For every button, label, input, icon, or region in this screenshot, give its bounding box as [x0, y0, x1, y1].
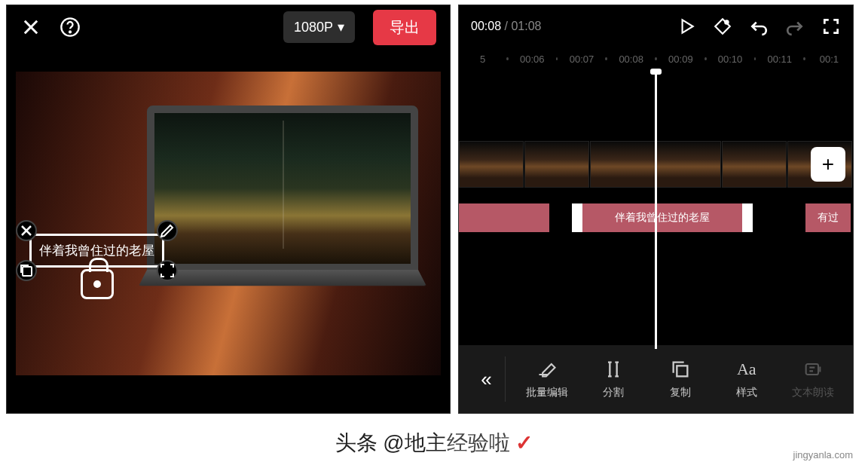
- ruler-tick: 00:11: [759, 54, 800, 65]
- handle-copy-icon[interactable]: [16, 260, 37, 281]
- export-button[interactable]: 导出: [373, 10, 436, 45]
- batch-edit-icon: [536, 359, 558, 380]
- lock-icon[interactable]: [81, 269, 114, 299]
- svg-rect-5: [806, 364, 818, 375]
- copy-icon: [670, 359, 691, 380]
- clip-thumb[interactable]: [459, 141, 524, 188]
- scene-image: [154, 113, 411, 264]
- laptop-graphic: [147, 106, 418, 317]
- watermark-text-2: 经验啦: [447, 431, 510, 454]
- laptop-screen: [147, 106, 418, 271]
- add-clip-button[interactable]: +: [811, 147, 845, 182]
- ruler-tick: 00:06: [512, 54, 553, 65]
- chevron-down-icon: ▾: [338, 19, 344, 35]
- clip-thumb[interactable]: [590, 141, 655, 188]
- back-button[interactable]: «: [468, 356, 506, 402]
- watermark-url: jingyanla.com: [793, 449, 854, 460]
- ruler-tick: 00:1: [808, 54, 850, 65]
- video-preview[interactable]: 伴着我曾住过的老屋: [16, 72, 441, 375]
- laptop-base: [139, 270, 426, 286]
- playhead[interactable]: [655, 70, 657, 349]
- tool-label: 批量编辑: [526, 386, 568, 399]
- preview-toolbar: 1080P ▾ 导出: [7, 5, 450, 49]
- bottom-toolbar: « 批量编辑 分割 复制 Aa 样: [459, 345, 853, 413]
- svg-point-1: [69, 31, 71, 32]
- style-icon: Aa: [736, 359, 757, 380]
- handle-resize-icon[interactable]: [157, 260, 178, 281]
- tool-label: 分割: [603, 386, 624, 399]
- time-total: / 01:08: [505, 20, 542, 32]
- clip-thumb[interactable]: [524, 141, 589, 188]
- handle-delete-icon[interactable]: [16, 220, 37, 241]
- copy-button[interactable]: 复制: [649, 359, 711, 399]
- text-read-button[interactable]: 文本朗读: [782, 359, 844, 399]
- resolution-label: 1080P: [294, 20, 333, 35]
- redo-icon[interactable]: [785, 17, 805, 36]
- time-current: 00:08: [471, 20, 501, 32]
- timeline-toolbar: 00:08 / 01:08: [459, 5, 853, 47]
- preview-panel: 1080P ▾ 导出: [6, 5, 451, 414]
- text-clip[interactable]: [459, 203, 549, 232]
- resolution-button[interactable]: 1080P ▾: [283, 11, 355, 43]
- svg-rect-4: [677, 366, 687, 376]
- tool-label: 文本朗读: [792, 386, 834, 399]
- watermark-text-1: 头条 @地主: [335, 431, 447, 454]
- close-icon[interactable]: [20, 17, 41, 38]
- ruler-tick: 5: [462, 54, 503, 65]
- tool-label: 样式: [736, 386, 757, 399]
- caption-overlay[interactable]: 伴着我曾住过的老屋: [29, 234, 164, 268]
- watermark: 头条 @地主经验啦 ✓ jingyanla.com: [0, 429, 868, 457]
- text-clip-selected[interactable]: 伴着我曾住过的老屋: [572, 203, 753, 232]
- handle-edit-icon[interactable]: [157, 220, 178, 241]
- ruler-tick: 00:08: [610, 54, 652, 65]
- ruler-tick: 00:09: [660, 54, 701, 65]
- timeline-panel: 00:08 / 01:08 5 00:06 00:07: [458, 5, 854, 414]
- batch-edit-button[interactable]: 批量编辑: [516, 359, 578, 399]
- timeline-tracks[interactable]: + 伴着我曾住过的老屋 有过: [459, 70, 853, 345]
- ruler-tick: 00:10: [710, 54, 751, 65]
- ruler-tick: 00:07: [561, 54, 602, 65]
- time-ruler[interactable]: 5 00:06 00:07 00:08 00:09 00:10 00:11 00…: [459, 47, 853, 70]
- check-icon: ✓: [510, 431, 533, 454]
- tool-label: 复制: [670, 386, 691, 399]
- fullscreen-icon[interactable]: [821, 17, 841, 36]
- play-icon[interactable]: [677, 17, 696, 36]
- svg-point-3: [725, 20, 728, 23]
- time-display: 00:08 / 01:08: [471, 20, 541, 33]
- split-button[interactable]: 分割: [582, 359, 644, 399]
- keyframe-icon[interactable]: [713, 17, 732, 36]
- text-read-icon: [802, 359, 824, 380]
- undo-icon[interactable]: [749, 17, 769, 36]
- text-clip[interactable]: 有过: [805, 203, 851, 232]
- help-icon[interactable]: [60, 17, 81, 38]
- split-icon: [603, 359, 624, 380]
- clip-thumb[interactable]: [722, 141, 787, 188]
- svg-rect-2: [23, 267, 32, 276]
- clip-thumb[interactable]: [656, 141, 721, 188]
- style-button[interactable]: Aa 样式: [716, 359, 778, 399]
